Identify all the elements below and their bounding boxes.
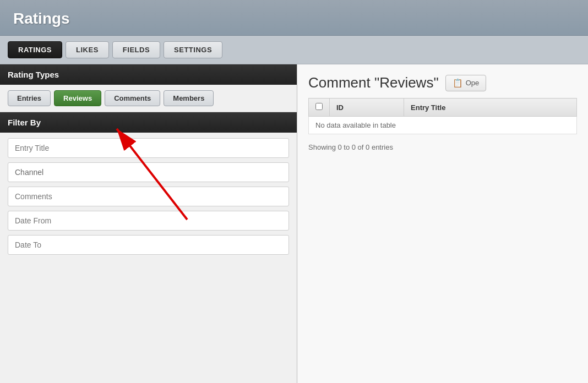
rating-type-members[interactable]: Members [164, 90, 214, 106]
main-layout: Rating Types Entries Reviews Comments Me… [0, 64, 588, 383]
filter-title: Filter By [0, 112, 297, 133]
rating-types-bar: Entries Reviews Comments Members [0, 85, 297, 112]
rating-types-title: Rating Types [0, 64, 297, 85]
comments-input[interactable] [8, 187, 289, 206]
date-from-input[interactable] [8, 211, 289, 231]
table-info: Showing 0 to 0 of 0 entries [308, 143, 577, 151]
filter-section: Filter By [0, 112, 297, 383]
open-button[interactable]: 📋 Ope [445, 75, 487, 91]
open-icon: 📋 [453, 78, 463, 88]
col-entry-title: Entry Title [404, 99, 577, 117]
tab-bar: RATINGS LIKES FIELDS SETTINGS [0, 36, 588, 64]
right-panel-title: Comment "Reviews" [308, 74, 439, 91]
rating-type-comments[interactable]: Comments [105, 90, 160, 106]
tab-likes[interactable]: LIKES [66, 41, 109, 58]
table-empty-row: No data available in table [309, 117, 577, 134]
tab-ratings[interactable]: RATINGS [8, 41, 62, 58]
right-panel: Comment "Reviews" 📋 Ope ID Entry Title N… [297, 64, 588, 383]
select-all-checkbox[interactable] [315, 103, 323, 110]
col-checkbox [309, 99, 330, 117]
right-header: Comment "Reviews" 📋 Ope [308, 74, 577, 91]
data-table: ID Entry Title No data available in tabl… [308, 98, 577, 134]
rating-type-entries[interactable]: Entries [8, 90, 51, 106]
open-button-label: Ope [466, 79, 480, 87]
empty-message: No data available in table [309, 117, 577, 134]
entry-title-input[interactable] [8, 138, 289, 158]
page-title: Ratings [13, 10, 575, 28]
tab-fields[interactable]: FIELDS [112, 41, 160, 58]
col-id: ID [330, 99, 404, 117]
left-panel: Rating Types Entries Reviews Comments Me… [0, 64, 297, 383]
filter-fields [0, 133, 297, 260]
page-header: Ratings [0, 0, 588, 36]
rating-type-reviews[interactable]: Reviews [54, 90, 101, 106]
tab-settings[interactable]: SETTINGS [164, 41, 222, 58]
channel-input[interactable] [8, 162, 289, 182]
date-to-input[interactable] [8, 235, 289, 255]
